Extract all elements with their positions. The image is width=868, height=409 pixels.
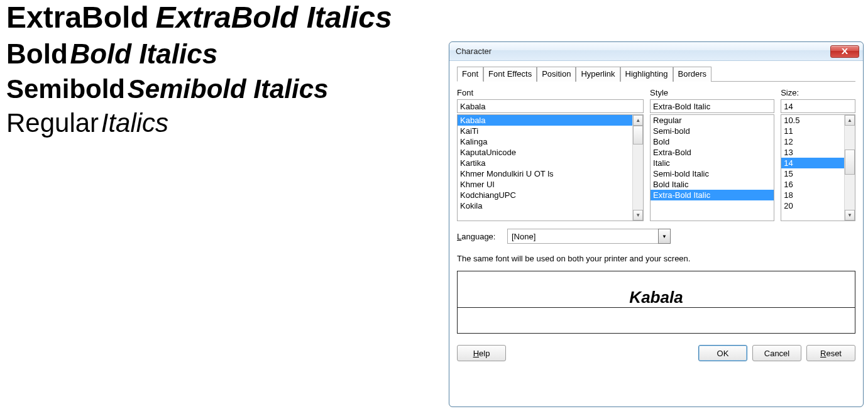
list-item[interactable]: 20 xyxy=(781,200,844,211)
titlebar[interactable]: Character X xyxy=(449,42,863,61)
size-list[interactable]: 10.51112131415161820 xyxy=(781,115,844,221)
language-input[interactable] xyxy=(507,229,658,244)
size-input[interactable] xyxy=(781,99,855,113)
scroll-thumb[interactable] xyxy=(633,126,643,145)
tab-bar: Font Font Effects Position Hyperlink Hig… xyxy=(457,66,855,82)
dialog-title: Character xyxy=(456,46,492,56)
list-item[interactable]: Kabala xyxy=(458,115,632,126)
scroll-up-icon[interactable]: ▲ xyxy=(845,115,855,126)
list-item[interactable]: Extra-Bold Italic xyxy=(651,190,774,200)
tab-font[interactable]: Font xyxy=(457,67,483,82)
help-button[interactable]: Help xyxy=(457,345,506,361)
sample-bold-italic: Bold Italics xyxy=(70,38,217,69)
list-item[interactable]: 14 xyxy=(781,158,844,168)
list-item[interactable]: Bold Italic xyxy=(651,179,774,190)
language-combo[interactable]: ▼ xyxy=(507,229,671,244)
tab-position[interactable]: Position xyxy=(537,67,576,82)
sample-extrabold: ExtraBold xyxy=(6,1,149,34)
list-item[interactable]: Kartika xyxy=(458,158,632,168)
list-item[interactable]: 12 xyxy=(781,136,844,147)
list-item[interactable]: Khmer Mondulkiri U OT ls xyxy=(458,168,632,179)
list-item[interactable]: 16 xyxy=(781,179,844,190)
character-dialog: Character X Font Font Effects Position H… xyxy=(449,41,864,407)
language-label: Language: xyxy=(457,232,501,241)
tab-font-effects[interactable]: Font Effects xyxy=(483,67,537,82)
size-scrollbar[interactable]: ▲ ▼ xyxy=(844,115,855,221)
sample-bold: Bold xyxy=(6,38,68,69)
style-label: Style xyxy=(650,88,774,97)
sample-italic: Italics xyxy=(101,108,168,138)
sample-semibold-italic: Semibold Italics xyxy=(128,74,329,104)
scroll-up-icon[interactable]: ▲ xyxy=(633,115,643,126)
preview-text: Kabala xyxy=(629,288,683,307)
list-item[interactable]: 10.5 xyxy=(781,115,844,126)
sample-extrabold-italic: ExtraBold Italics xyxy=(156,1,392,34)
list-item[interactable]: Semi-bold Italic xyxy=(651,168,774,179)
list-item[interactable]: 15 xyxy=(781,168,844,179)
list-item[interactable]: Regular xyxy=(651,115,774,126)
dropdown-icon[interactable]: ▼ xyxy=(658,229,671,244)
list-item[interactable]: Khmer UI xyxy=(458,179,632,190)
list-item[interactable]: Extra-Bold xyxy=(651,147,774,158)
font-note: The same font will be used on both your … xyxy=(457,254,855,263)
scroll-down-icon[interactable]: ▼ xyxy=(633,210,643,221)
scroll-thumb[interactable] xyxy=(845,150,855,175)
list-item[interactable]: 18 xyxy=(781,190,844,200)
reset-button[interactable]: Reset xyxy=(806,345,855,361)
list-item[interactable]: Kokila xyxy=(458,200,632,211)
font-input[interactable] xyxy=(457,99,644,113)
list-item[interactable]: KaputaUnicode xyxy=(458,147,632,158)
tab-highlighting[interactable]: Highlighting xyxy=(620,67,673,82)
list-item[interactable]: KaiTi xyxy=(458,126,632,136)
size-label: Size: xyxy=(781,88,855,97)
background-document: ExtraBold ExtraBold Italics Bold Bold It… xyxy=(6,0,392,142)
style-list[interactable]: RegularSemi-boldBoldExtra-BoldItalicSemi… xyxy=(651,115,774,221)
scroll-down-icon[interactable]: ▼ xyxy=(845,210,855,221)
list-item[interactable]: Kalinga xyxy=(458,136,632,147)
font-label: Font xyxy=(457,88,644,97)
font-list[interactable]: KabalaKaiTiKalingaKaputaUnicodeKartikaKh… xyxy=(458,115,632,221)
tab-borders[interactable]: Borders xyxy=(673,67,712,82)
close-button[interactable]: X xyxy=(830,45,859,58)
list-item[interactable]: Bold xyxy=(651,136,774,147)
list-item[interactable]: Semi-bold xyxy=(651,126,774,136)
list-item[interactable]: KodchiangUPC xyxy=(458,190,632,200)
font-scrollbar[interactable]: ▲ ▼ xyxy=(632,115,643,221)
list-item[interactable]: 13 xyxy=(781,147,844,158)
sample-regular: Regular xyxy=(6,108,99,138)
close-icon: X xyxy=(842,47,848,56)
list-item[interactable]: 11 xyxy=(781,126,844,136)
cancel-button[interactable]: Cancel xyxy=(752,345,801,361)
font-preview: Kabala xyxy=(457,271,855,334)
sample-semibold: Semibold xyxy=(6,74,125,104)
ok-button[interactable]: OK xyxy=(698,345,747,361)
style-input[interactable] xyxy=(650,99,774,113)
tab-hyperlink[interactable]: Hyperlink xyxy=(576,67,620,82)
list-item[interactable]: Italic xyxy=(651,158,774,168)
